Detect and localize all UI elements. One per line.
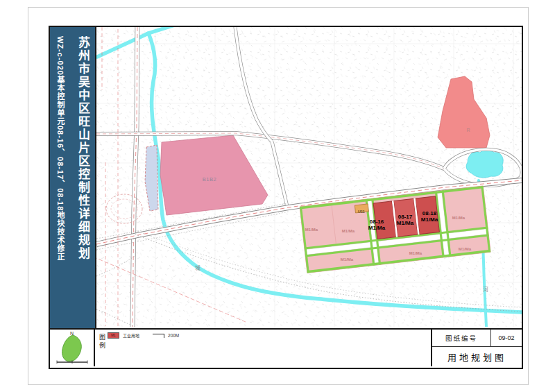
legend-title: 图例 [98, 334, 107, 350]
parcel-use-08-16: M1/Ma [368, 225, 386, 231]
locator-scalebar [57, 361, 87, 364]
parcel-use-08-18: M1/Ma [421, 216, 438, 223]
use-label: M1/Ma [459, 247, 472, 251]
district-shape [62, 335, 81, 361]
use-label: M1/Ma [342, 229, 355, 233]
north-label: N [70, 331, 74, 336]
zone-label-b1b2: B1B2 [203, 176, 216, 182]
legend-item-label: 工业用地 [123, 332, 139, 339]
drawing-number-row: 图纸编号 09-02 [432, 330, 522, 347]
drawing-number-value: 09-02 [490, 330, 522, 346]
legend-row: M1 工业用地 200M [108, 332, 179, 339]
industrial-swatch: M1 [108, 332, 119, 339]
planning-map: B1B2 R U11 08-16 M1/Ma 08-17 M1/Ma 08-18… [96, 27, 522, 327]
parcel-id-08-18: 08-18 [422, 210, 437, 216]
plan-title-sub: WZ-c-020基本控制单元08-16、08-17、08-18地块技术修正 [55, 36, 66, 261]
pond [466, 150, 503, 178]
title-block: 图纸编号 09-02 用地规划图 [432, 330, 522, 366]
use-label: M1/Ma [409, 251, 422, 255]
plan-title-main: 苏州市吴中区旺山片区控制性详细规划 [74, 36, 92, 260]
drawing-frame: 苏州市吴中区旺山片区控制性详细规划 WZ-c-020基本控制单元08-16、08… [49, 26, 523, 369]
scale-bar-icon [153, 334, 164, 338]
title-sidebar: 苏州市吴中区旺山片区控制性详细规划 WZ-c-020基本控制单元08-16、08… [50, 27, 95, 328]
parcel-id-08-17: 08-17 [398, 214, 413, 220]
bottom-strip: N 图例 M1 工业用地 200M 图纸编号 [50, 328, 522, 366]
locator-box: N [50, 330, 95, 366]
use-label: M1/Ma [341, 257, 354, 262]
use-label: M1/Ma [305, 228, 318, 232]
drawing-number-label: 图纸编号 [432, 330, 490, 346]
legend-box: 图例 M1 工业用地 200M [95, 330, 432, 366]
scale-label: 200M [168, 333, 179, 338]
zone-label-u11: U11 [358, 210, 365, 214]
road-name-char: 河 [483, 287, 488, 293]
use-label: M1/Ma [452, 216, 466, 220]
parcel-id-08-16: 08-16 [370, 219, 384, 225]
sheet-title: 用地规划图 [432, 347, 522, 366]
map-viewport[interactable]: B1B2 R U11 08-16 M1/Ma 08-17 M1/Ma 08-18… [95, 27, 522, 328]
road-name-char: 城 [195, 265, 200, 271]
zone-label-r: R [466, 128, 470, 133]
parcel-use-08-17: M1/Ma [397, 220, 414, 226]
